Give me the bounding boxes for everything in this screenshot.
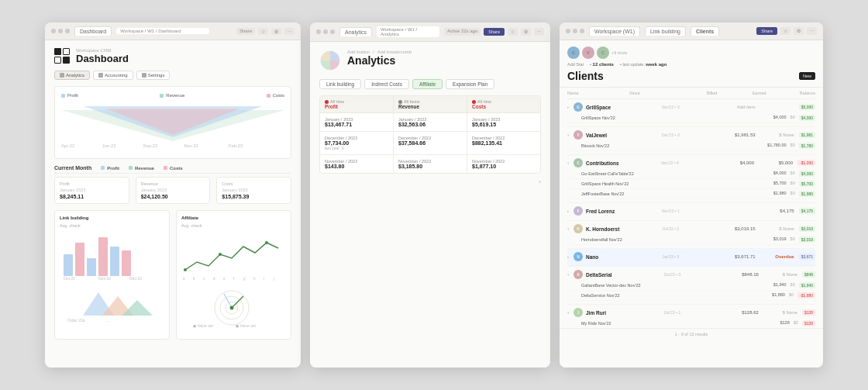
nav-tab-settings[interactable]: Settings bbox=[136, 71, 170, 80]
link-building-chart: Link building Avg. check Oct-22 Nov-22 bbox=[54, 210, 170, 340]
analytics-tab-linkbuilding[interactable]: Link building bbox=[319, 79, 361, 89]
accounting-tab-icon bbox=[98, 73, 103, 78]
dashboard-tab[interactable]: Dashboard bbox=[74, 26, 112, 36]
analytics-tab-indirectcosts[interactable]: Indirect Costs bbox=[364, 79, 409, 89]
url-bar-analytics[interactable]: Workspace / W1 / Analytics bbox=[377, 26, 439, 37]
dashboard-window: Dashboard Workspace / W1 / Dashboard Sha… bbox=[45, 22, 301, 368]
stat-updated: • last update: week ago bbox=[620, 62, 666, 67]
svg-rect-7 bbox=[87, 258, 96, 276]
browser-bar-dashboard: Dashboard Workspace / W1 / Dashboard Sha… bbox=[45, 22, 301, 40]
analytics-content: Add button / Add breadcrumb Analytics Li… bbox=[310, 42, 550, 368]
nav-tab-accounting[interactable]: Accounting bbox=[93, 71, 133, 80]
clients-browser-tab[interactable]: Workspace (W1) bbox=[589, 26, 640, 36]
svg-text:Apr-22: Apr-22 bbox=[61, 143, 74, 148]
name-jimruri: Jim Ruri bbox=[586, 310, 664, 316]
expand-nano[interactable]: ▸ bbox=[567, 254, 574, 259]
affiliate-radar-svg: ◼ Value set ◼ Value set bbox=[181, 285, 282, 331]
client-row-contributions-main: ▾ C Contributions Nov'22 • 4 $4,000 $5,0… bbox=[567, 158, 815, 167]
profit-dec2022-val: $7,734.00 bbox=[325, 140, 388, 146]
clients-browser-tab2[interactable]: Link building bbox=[645, 26, 686, 36]
sub-earned-jr1: $0 bbox=[794, 320, 798, 326]
costs-dec2022-val: $882,135.41 bbox=[472, 140, 536, 146]
browser-actions-dashboard: Share ☆ ⚙ ··· bbox=[236, 28, 294, 35]
app-logo bbox=[54, 48, 70, 64]
logo-sq-1 bbox=[54, 48, 61, 55]
analytics-tab-affiliate[interactable]: Affiliate bbox=[412, 79, 443, 89]
url-bar-dashboard[interactable]: Workspace / W1 / Dashboard bbox=[116, 28, 209, 34]
col-earned-header: Earned bbox=[717, 91, 766, 95]
sub-vals-c2: $5,700 $0 $5,700 bbox=[773, 181, 815, 187]
analytics-share-action[interactable]: Share bbox=[484, 28, 505, 36]
affiliate-subtitle: Avg. check bbox=[181, 223, 286, 228]
sub-vals-c1: $4,000 $0 $4,000 bbox=[773, 171, 815, 177]
sub-jimruri-1: My Ride Nov'22 $128 $0 $128 bbox=[567, 319, 815, 328]
sub-balance-jr1: $128 bbox=[802, 320, 815, 326]
analytics-star-btn[interactable]: ☆ bbox=[508, 28, 518, 36]
client-row-deltaserial: ▾ D DeltaSerial Oct'22 • 3 $848.16 $ Non… bbox=[567, 267, 815, 305]
sub-balance-c2: $5,700 bbox=[799, 181, 815, 187]
svg-text:f: f bbox=[233, 277, 235, 281]
expand-jimruri[interactable]: ▾ bbox=[567, 310, 574, 315]
analytics-share-btn[interactable]: Active 22s ago bbox=[444, 28, 480, 36]
clients-star-btn[interactable]: ☆ bbox=[780, 27, 790, 35]
table-row-jan2023: January / 2023 $13,467.71 January / 2023… bbox=[320, 113, 540, 132]
dashboard-title-area: Workspace CRM Dashboard bbox=[76, 48, 129, 64]
expand-fredlorenz[interactable]: ▸ bbox=[567, 209, 574, 213]
more-action[interactable]: ··· bbox=[284, 28, 294, 35]
clients-browser-tab3[interactable]: Clients bbox=[691, 26, 719, 36]
analytics-tab[interactable]: Analytics bbox=[339, 27, 372, 36]
sub-balance-v1: $1,780 bbox=[799, 143, 815, 149]
expand-grillspace[interactable]: ▸ bbox=[567, 105, 574, 109]
metric-profit-label: Profit bbox=[60, 181, 124, 186]
share-action[interactable]: Share bbox=[236, 28, 255, 35]
expand-valjewel[interactable]: ▾ bbox=[567, 133, 574, 137]
expand-contributions[interactable]: ▾ bbox=[567, 160, 574, 165]
metric-revenue-date: January 2023 bbox=[141, 188, 205, 192]
sub-earned-v1: $0 bbox=[790, 143, 795, 149]
sub-valjewel-1: Bitcock Nov'22 $1,780.00 $0 $1,780 bbox=[567, 141, 815, 151]
balance-horndoerst: $3,019 bbox=[799, 226, 815, 232]
next-page-icon[interactable]: › bbox=[539, 178, 541, 185]
analytics-settings-btn[interactable]: ⚙ bbox=[521, 28, 531, 36]
clients-share-btn[interactable]: Share bbox=[756, 27, 777, 35]
sub-name-c1: Go-EatStreet-CaFeTable'22 bbox=[581, 171, 773, 176]
analytics-more-btn[interactable]: ··· bbox=[534, 28, 544, 36]
svg-rect-5 bbox=[64, 254, 73, 276]
expand-deltaserial[interactable]: ▾ bbox=[567, 272, 574, 277]
profit-dot bbox=[61, 94, 65, 98]
client-stats-row: Add Stat • 12 clients • last update: wee… bbox=[567, 62, 815, 67]
clients-more-btn[interactable]: ··· bbox=[807, 27, 817, 35]
metrics-row: Profit January 2023 $8,245.11 Revenue Ja… bbox=[54, 177, 291, 204]
analytics-window-controls bbox=[316, 29, 335, 34]
billed-contributions: $4,000 bbox=[679, 160, 754, 165]
sub-earned-c3: $0 bbox=[790, 191, 795, 197]
avatar-grillspace: G bbox=[574, 102, 583, 112]
client-row-valjewel: ▾ V ValJewel Dec'22 • 3 $1,981.53 $ None… bbox=[567, 127, 815, 155]
metric-costs: Costs January 2023 $15,875.39 bbox=[216, 177, 291, 204]
sub-earned-h1: $0 bbox=[790, 236, 795, 243]
expand-horndoerst[interactable]: ▾ bbox=[567, 226, 574, 231]
sub-balance-g1: $4,000 bbox=[799, 115, 815, 121]
svg-text:j: j bbox=[273, 277, 274, 281]
settings-action[interactable]: ⚙ bbox=[271, 28, 281, 35]
current-month-section: Current Month Profit Revenue Costs bbox=[54, 165, 291, 204]
analytics-pie-icon bbox=[319, 50, 341, 71]
cm-revenue-label: Revenue bbox=[135, 166, 154, 171]
analytics-tab-expansion[interactable]: Expansion Plan bbox=[446, 79, 494, 89]
browser-actions-analytics: Active 22s ago Share ☆ ⚙ ··· bbox=[444, 28, 544, 36]
client-row-grillspace-main: ▸ G GrillSpace Nov'22 • 3 Add item $5,00… bbox=[567, 102, 815, 112]
link-building-svg: Oct-22 Nov-22 Dec-22 bbox=[60, 231, 160, 281]
table-row-nov2022: November / 2022 $143.80 November / 2022 … bbox=[320, 155, 540, 173]
billed-jimruri: $128.62 bbox=[680, 310, 759, 315]
earned-contributions: $5,000 bbox=[754, 160, 793, 165]
new-client-button[interactable]: New bbox=[799, 72, 815, 80]
settings-tab-icon bbox=[142, 73, 146, 78]
svg-text:g: g bbox=[243, 277, 246, 281]
avatar-horndoerst: K bbox=[574, 224, 583, 233]
sub-deltaserial-1: GallantBane Vector-dev Nov'22 $1,940 $0 … bbox=[567, 281, 815, 291]
star-action[interactable]: ☆ bbox=[258, 28, 268, 35]
nav-tab-analytics[interactable]: Analytics bbox=[54, 71, 90, 80]
clients-settings-btn[interactable]: ⚙ bbox=[794, 27, 804, 35]
dashboard-nav: Analytics Accounting Settings bbox=[54, 71, 291, 80]
svg-text:◼ Value set: ◼ Value set bbox=[236, 323, 256, 328]
